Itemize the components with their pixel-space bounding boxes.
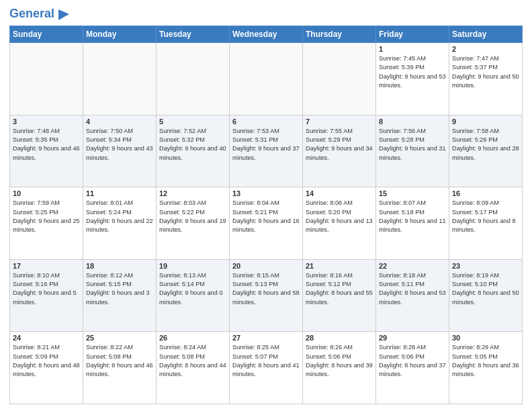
day-number: 1 [379,45,446,53]
calendar-cell: 1Sunrise: 7:45 AMSunset: 5:39 PMDaylight… [376,43,449,116]
day-info: Sunrise: 8:28 AMSunset: 5:06 PMDaylight:… [379,343,446,379]
day-info: Sunrise: 8:12 AMSunset: 5:15 PMDaylight:… [86,271,153,307]
day-number: 11 [86,189,153,197]
calendar-cell: 12Sunrise: 8:03 AMSunset: 5:22 PMDayligh… [157,187,230,260]
day-info: Sunrise: 8:06 AMSunset: 5:20 PMDaylight:… [306,199,373,234]
calendar-cell: 15Sunrise: 8:07 AMSunset: 5:18 PMDayligh… [376,187,449,260]
calendar-header-friday: Friday [376,26,449,43]
day-number: 14 [306,189,373,197]
calendar-cell: 29Sunrise: 8:28 AMSunset: 5:06 PMDayligh… [376,332,449,404]
calendar-cell [83,43,157,116]
calendar-cell [10,43,83,116]
day-info: Sunrise: 8:22 AMSunset: 5:08 PMDaylight:… [86,343,153,379]
day-info: Sunrise: 8:21 AMSunset: 5:09 PMDaylight:… [13,343,80,379]
day-number: 13 [232,189,300,197]
day-info: Sunrise: 7:48 AMSunset: 5:35 PMDaylight:… [13,127,80,163]
day-number: 7 [306,118,373,126]
day-info: Sunrise: 8:26 AMSunset: 5:06 PMDaylight:… [306,343,373,379]
calendar-cell: 30Sunrise: 8:29 AMSunset: 5:05 PMDayligh… [449,332,523,404]
calendar-cell: 26Sunrise: 8:24 AMSunset: 5:08 PMDayligh… [157,332,230,404]
day-info: Sunrise: 7:45 AMSunset: 5:39 PMDaylight:… [379,54,446,90]
calendar-cell: 13Sunrise: 8:04 AMSunset: 5:21 PMDayligh… [230,187,303,260]
calendar-cell [230,43,303,116]
day-info: Sunrise: 8:10 AMSunset: 5:16 PMDaylight:… [13,271,80,307]
day-info: Sunrise: 8:09 AMSunset: 5:17 PMDaylight:… [452,199,519,234]
calendar-cell: 2Sunrise: 7:47 AMSunset: 5:37 PMDaylight… [449,43,523,116]
svg-marker-0 [58,9,69,20]
calendar-cell: 8Sunrise: 7:56 AMSunset: 5:28 PMDaylight… [376,115,449,187]
calendar-cell: 23Sunrise: 8:19 AMSunset: 5:10 PMDayligh… [449,259,523,332]
day-number: 18 [86,262,153,270]
calendar-cell: 7Sunrise: 7:55 AMSunset: 5:29 PMDaylight… [303,115,376,187]
calendar-cell: 14Sunrise: 8:06 AMSunset: 5:20 PMDayligh… [303,187,376,260]
calendar-cell: 10Sunrise: 7:59 AMSunset: 5:25 PMDayligh… [10,187,83,260]
day-number: 28 [306,334,373,342]
day-number: 2 [452,45,519,53]
day-info: Sunrise: 7:59 AMSunset: 5:25 PMDaylight:… [13,199,80,234]
calendar-header-row: SundayMondayTuesdayWednesdayThursdayFrid… [10,26,523,43]
day-number: 4 [86,118,153,126]
day-number: 5 [159,118,226,126]
calendar-cell: 18Sunrise: 8:12 AMSunset: 5:15 PMDayligh… [83,259,157,332]
day-info: Sunrise: 8:18 AMSunset: 5:11 PMDaylight:… [379,271,446,307]
day-number: 23 [452,262,519,270]
day-info: Sunrise: 7:58 AMSunset: 5:26 PMDaylight:… [452,127,519,163]
day-number: 8 [379,118,446,126]
day-number: 10 [13,189,80,197]
calendar-header-sunday: Sunday [10,26,83,43]
day-number: 21 [306,262,373,270]
day-info: Sunrise: 8:13 AMSunset: 5:14 PMDaylight:… [159,271,226,307]
calendar-cell: 9Sunrise: 7:58 AMSunset: 5:26 PMDaylight… [449,115,523,187]
calendar-cell: 16Sunrise: 8:09 AMSunset: 5:17 PMDayligh… [449,187,523,260]
day-info: Sunrise: 8:25 AMSunset: 5:07 PMDaylight:… [232,343,300,379]
day-info: Sunrise: 7:50 AMSunset: 5:34 PMDaylight:… [86,127,153,163]
logo: General [9,7,71,21]
day-number: 22 [379,262,446,270]
calendar-cell: 21Sunrise: 8:16 AMSunset: 5:12 PMDayligh… [303,259,376,332]
calendar-cell: 11Sunrise: 8:01 AMSunset: 5:24 PMDayligh… [83,187,157,260]
day-number: 29 [379,334,446,342]
day-number: 16 [452,189,519,197]
day-number: 9 [452,118,519,126]
day-info: Sunrise: 8:15 AMSunset: 5:13 PMDaylight:… [232,271,300,307]
day-number: 17 [13,262,80,270]
calendar-cell: 19Sunrise: 8:13 AMSunset: 5:14 PMDayligh… [157,259,230,332]
calendar-cell: 27Sunrise: 8:25 AMSunset: 5:07 PMDayligh… [230,332,303,404]
day-info: Sunrise: 7:52 AMSunset: 5:32 PMDaylight:… [159,127,226,163]
calendar-week-row: 3Sunrise: 7:48 AMSunset: 5:35 PMDaylight… [10,115,523,187]
day-number: 20 [232,262,300,270]
day-number: 6 [232,118,300,126]
page: General SundayMondayTuesdayWednesdayThur… [0,0,532,411]
header: General [9,7,523,21]
day-info: Sunrise: 8:07 AMSunset: 5:18 PMDaylight:… [379,199,446,234]
calendar-cell: 22Sunrise: 8:18 AMSunset: 5:11 PMDayligh… [376,259,449,332]
day-info: Sunrise: 8:16 AMSunset: 5:12 PMDaylight:… [306,271,373,307]
logo-text: General [9,7,54,21]
calendar-cell: 17Sunrise: 8:10 AMSunset: 5:16 PMDayligh… [10,259,83,332]
day-info: Sunrise: 8:29 AMSunset: 5:05 PMDaylight:… [452,343,519,379]
calendar-cell [303,43,376,116]
calendar-header-monday: Monday [83,26,157,43]
calendar-cell: 6Sunrise: 7:53 AMSunset: 5:31 PMDaylight… [230,115,303,187]
day-number: 3 [13,118,80,126]
calendar-cell [157,43,230,116]
day-info: Sunrise: 7:47 AMSunset: 5:37 PMDaylight:… [452,54,519,90]
calendar-week-row: 1Sunrise: 7:45 AMSunset: 5:39 PMDaylight… [10,43,523,116]
calendar-header-thursday: Thursday [303,26,376,43]
calendar-week-row: 10Sunrise: 7:59 AMSunset: 5:25 PMDayligh… [10,187,523,260]
logo-icon [56,7,71,21]
day-info: Sunrise: 7:55 AMSunset: 5:29 PMDaylight:… [306,127,373,163]
calendar-cell: 4Sunrise: 7:50 AMSunset: 5:34 PMDaylight… [83,115,157,187]
day-info: Sunrise: 8:24 AMSunset: 5:08 PMDaylight:… [159,343,226,379]
day-info: Sunrise: 8:01 AMSunset: 5:24 PMDaylight:… [86,199,153,234]
calendar-table: SundayMondayTuesdayWednesdayThursdayFrid… [9,26,523,404]
calendar-cell: 5Sunrise: 7:52 AMSunset: 5:32 PMDaylight… [157,115,230,187]
calendar-cell: 20Sunrise: 8:15 AMSunset: 5:13 PMDayligh… [230,259,303,332]
calendar-cell: 24Sunrise: 8:21 AMSunset: 5:09 PMDayligh… [10,332,83,404]
calendar-cell: 28Sunrise: 8:26 AMSunset: 5:06 PMDayligh… [303,332,376,404]
day-number: 15 [379,189,446,197]
calendar-week-row: 17Sunrise: 8:10 AMSunset: 5:16 PMDayligh… [10,259,523,332]
day-info: Sunrise: 7:53 AMSunset: 5:31 PMDaylight:… [232,127,300,163]
day-info: Sunrise: 8:19 AMSunset: 5:10 PMDaylight:… [452,271,519,307]
day-info: Sunrise: 8:04 AMSunset: 5:21 PMDaylight:… [232,199,300,234]
